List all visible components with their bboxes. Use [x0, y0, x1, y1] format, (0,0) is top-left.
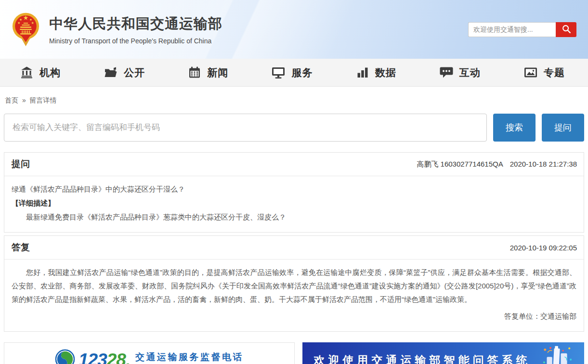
answer-title: 答复 — [12, 241, 30, 254]
answer-card: 答复 2020-10-19 09:22:05 您好，我国建立鲜活农产品运输“绿色… — [4, 235, 584, 332]
nav-item-label: 服务 — [291, 66, 313, 79]
breadcrumb-home[interactable]: 首页 — [5, 96, 18, 104]
hotline-banner[interactable]: 123 28 交通运输服务监督电话 Transportation Service… — [4, 342, 295, 364]
nav-item-interaction[interactable]: 互动 — [440, 66, 481, 79]
site-search-input[interactable] — [468, 22, 556, 37]
site-subtitle: Ministry of Transport of the People's Re… — [49, 37, 222, 45]
answer-card-header: 答复 2020-10-19 09:22:05 — [4, 236, 584, 260]
calendar-icon — [188, 66, 201, 79]
main-nav: 机构 公开 — [0, 59, 588, 87]
question-body: 绿通《鲜活农产品品种目录》中的大蒜还区分干湿么？ 【详细描述】 最新绿通免费目录… — [4, 176, 584, 232]
site-title: 中华人民共和国交通运输部 — [49, 14, 222, 34]
site-header: 中华人民共和国交通运输部 Ministry of Transport of th… — [0, 0, 588, 59]
hotline-12328-icon — [55, 349, 75, 364]
question-card: 提问 高鹏飞 1603027714615QA 2020-10-18 21:27:… — [4, 152, 584, 233]
page: 中华人民共和国交通运输部 Ministry of Transport of th… — [0, 0, 588, 364]
hotline-number-green: 28 — [107, 350, 129, 364]
nav-item-label: 互动 — [459, 66, 481, 79]
smart-qa-banner-text: 欢迎使用交通运输部智能问答系统 — [314, 353, 531, 364]
breadcrumb-current: 留言详情 — [30, 96, 57, 104]
hotline-title-cn: 交通运输服务监督电话 — [135, 351, 244, 364]
search-icon — [561, 24, 572, 36]
hotline-number-blue: 123 — [78, 350, 107, 364]
question-meta: 高鹏飞 1603027714615QA 2020-10-18 21:27:38 — [417, 160, 577, 169]
nav-item-institutions[interactable]: 机构 — [20, 66, 61, 79]
picture-icon — [524, 66, 537, 79]
answer-meta: 2020-10-19 09:22:05 — [510, 244, 577, 252]
question-card-header: 提问 高鹏飞 1603027714615QA 2020-10-18 21:27:… — [4, 153, 584, 176]
question-author: 高鹏飞 1603027714615QA — [417, 160, 503, 169]
hotline-text: 交通运输服务监督电话 Transportation Service Superv… — [135, 351, 244, 364]
answer-body: 您好，我国建立鲜活农产品运输“绿色通道”政策的目的，是提高鲜活农产品运输效率，避… — [12, 266, 576, 306]
folder-icon — [104, 66, 118, 79]
breadcrumb: 首页 » 留言详情 — [0, 87, 588, 112]
footer-banners: 123 28 交通运输服务监督电话 Transportation Service… — [4, 342, 584, 364]
message-search-input[interactable] — [4, 114, 487, 142]
nav-item-label: 专题 — [544, 66, 565, 79]
question-summary: 绿通《鲜活农产品品种目录》中的大蒜还区分干湿么？ — [12, 182, 576, 195]
ask-question-button[interactable]: 提问 — [542, 114, 584, 142]
nav-item-label: 机构 — [39, 66, 61, 79]
question-detail: 最新绿通免费目录《鲜活农产品品种目录》葱蒜类中的大蒜还区分干皮、湿皮么？ — [12, 210, 576, 223]
nav-item-services[interactable]: 服务 — [272, 66, 313, 79]
nav-item-label: 新闻 — [207, 66, 228, 79]
chat-bubble-icon — [440, 66, 453, 79]
nav-item-label: 公开 — [124, 66, 145, 79]
nav-item-label: 数据 — [375, 66, 396, 79]
bar-chart-icon — [356, 66, 369, 79]
site-search — [468, 22, 576, 37]
answer-datetime: 2020-10-19 09:22:05 — [510, 244, 577, 252]
message-search-bar: 搜索 提问 — [0, 112, 588, 142]
bank-icon — [20, 66, 33, 79]
brand: 中华人民共和国交通运输部 Ministry of Transport of th… — [12, 10, 222, 49]
hotline-number: 123 28 — [78, 350, 129, 364]
site-search-button[interactable] — [556, 22, 576, 37]
brand-text: 中华人民共和国交通运输部 Ministry of Transport of th… — [49, 14, 222, 45]
nav-item-topics[interactable]: 专题 — [524, 66, 565, 79]
question-title: 提问 — [12, 158, 30, 170]
monitor-icon — [272, 66, 285, 79]
question-detail-label: 【详细描述】 — [12, 196, 576, 209]
smart-qa-banner[interactable]: 欢迎使用交通运输部智能问答系统 — [302, 342, 584, 364]
search-button[interactable]: 搜索 — [493, 114, 536, 142]
question-datetime: 2020-10-18 21:27:38 — [510, 160, 577, 169]
answer-unit: 答复单位：交通运输部 — [12, 310, 576, 323]
nav-item-data[interactable]: 数据 — [356, 66, 396, 79]
nav-item-disclosure[interactable]: 公开 — [104, 66, 145, 79]
celebration-illustration-icon — [541, 345, 573, 364]
nav-item-news[interactable]: 新闻 — [188, 66, 228, 79]
answer-body-wrap: 您好，我国建立鲜活农产品运输“绿色通道”政策的目的，是提高鲜活农产品运输效率，避… — [4, 260, 584, 331]
breadcrumb-separator: » — [22, 96, 26, 104]
national-emblem-logo — [12, 10, 39, 49]
